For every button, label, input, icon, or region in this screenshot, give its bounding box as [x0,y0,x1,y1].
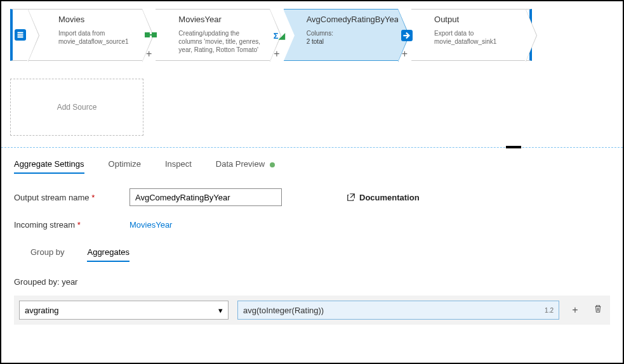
external-link-icon [347,193,355,202]
tab-data-preview[interactable]: Data Preview [216,155,275,174]
node-moviesyear[interactable]: MoviesYear Creating/updating the columns… [156,9,270,61]
node-title: Movies [58,15,135,24]
node-title: Output [434,15,518,24]
add-source-button[interactable]: Add Source [10,79,143,136]
add-row-button[interactable]: + [568,304,582,316]
chevron-down-icon: ▾ [218,306,223,315]
node-subtitle: Creating/updating the columns 'movie, ti… [178,29,262,54]
incoming-stream-value[interactable]: MoviesYear [129,220,172,230]
column-value: avgrating [25,306,58,315]
node-card-selected[interactable]: Σ◢ AvgComedyRatingByYear Columns: 2 tota… [284,9,398,61]
output-stream-input[interactable] [129,188,282,206]
main-tabs: Aggregate Settings Optimize Inspect Data… [14,155,610,174]
required-marker: * [77,220,81,230]
derived-icon [144,29,158,42]
sink-icon [400,29,414,42]
svg-rect-1 [152,32,157,37]
node-title: MoviesYear [178,15,262,24]
node-subtitle-label: Columns: [307,29,390,37]
resize-grip-icon[interactable] [506,146,521,148]
incoming-stream-label: Incoming stream * [14,220,122,230]
grouped-by-label: Grouped by: year [14,277,610,287]
add-source-label: Add Source [57,103,97,112]
tab-optimize[interactable]: Optimize [109,155,141,174]
type-hint: 1.2 [545,307,554,314]
dataflow-designer: Movies Import data from movie_dataflow_s… [0,0,624,364]
node-title: AvgComedyRatingByYear [307,15,390,24]
required-marker: * [91,193,95,202]
sub-tabs: Group by Aggregates [14,247,610,262]
tab-aggregate-settings[interactable]: Aggregate Settings [14,155,84,174]
node-subtitle-value: 2 total [307,37,390,46]
subtab-group-by[interactable]: Group by [30,247,64,262]
node-subtitle: Export data to movie_dataflow_sink1 [434,29,518,46]
source-icon [15,29,26,41]
expression-input[interactable]: avg(toInteger(Rating)) 1.2 [237,301,559,320]
subtab-aggregates[interactable]: Aggregates [87,247,129,262]
documentation-label: Documentation [359,193,420,202]
tab-inspect[interactable]: Inspect [165,155,192,174]
node-movies[interactable]: Movies Import data from movie_dataflow_s… [10,9,142,61]
source-bar [10,9,28,61]
svg-rect-0 [145,32,150,37]
flow-canvas[interactable]: Movies Import data from movie_dataflow_s… [1,1,623,67]
node-subtitle: Import data from movie_dataflow_source1 [58,29,135,46]
node-avgcomedy[interactable]: Σ◢ AvgComedyRatingByYear Columns: 2 tota… [284,9,398,61]
status-dot-icon [270,162,275,167]
node-card[interactable]: Output Export data to movie_dataflow_sin… [411,9,526,61]
tab-label: Data Preview [216,159,265,169]
output-stream-row: Output stream name * Documentation [14,188,610,206]
documentation-link[interactable]: Documentation [347,193,420,202]
aggregate-row: avgrating ▾ avg(toInteger(Rating)) 1.2 + [14,296,610,325]
incoming-stream-row: Incoming stream * MoviesYear [14,220,610,230]
output-stream-label: Output stream name * [14,193,122,202]
trash-icon [594,304,602,313]
aggregate-icon: Σ◢ [272,29,286,42]
node-output[interactable]: Output Export data to movie_dataflow_sin… [411,9,532,61]
settings-panel: Aggregate Settings Optimize Inspect Data… [1,148,623,325]
panel-divider[interactable] [1,147,623,148]
node-card[interactable]: MoviesYear Creating/updating the columns… [156,9,270,61]
expression-text: avg(toInteger(Rating)) [243,306,324,315]
node-card[interactable]: Movies Import data from movie_dataflow_s… [28,9,142,61]
delete-row-button[interactable] [591,304,605,316]
column-select[interactable]: avgrating ▾ [19,301,229,320]
